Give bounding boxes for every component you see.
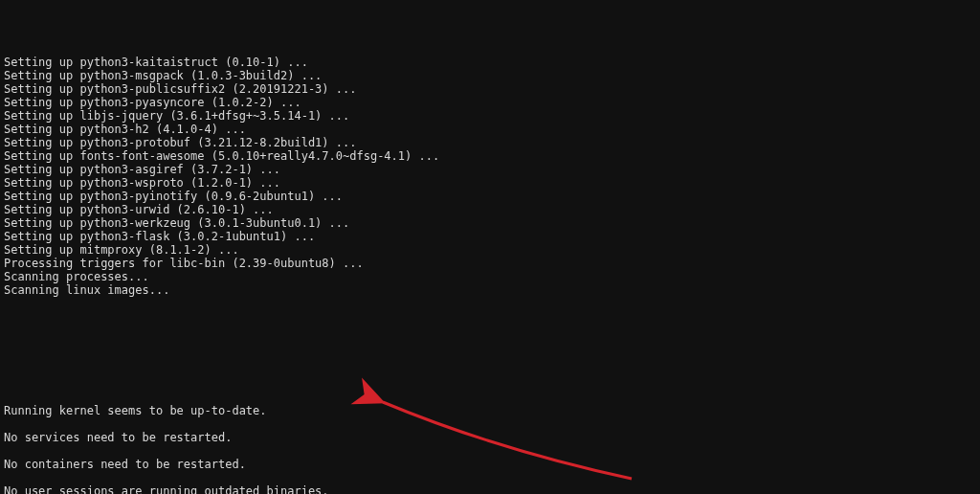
output-line: Setting up python3-werkzeug (3.0.1-3ubun… (4, 216, 976, 230)
output-line: Setting up python3-wsproto (1.2.0-1) ... (4, 176, 976, 190)
terminal-window[interactable]: Setting up python3-kaitaistruct (0.10-1)… (0, 0, 980, 494)
status-block: Running kernel seems to be up-to-date.No… (4, 404, 976, 494)
output-line: Setting up python3-asgiref (3.7.2-1) ... (4, 163, 976, 176)
output-line: No user sessions are running outdated bi… (4, 484, 976, 494)
output-line: Setting up fonts-font-awesome (5.0.10+re… (4, 149, 976, 163)
blank-line (4, 337, 976, 350)
blank-line (4, 417, 976, 431)
output-line: Setting up python3-flask (3.0.2-1ubuntu1… (4, 230, 976, 243)
output-line: Setting up libjs-jquery (3.6.1+dfsg+~3.5… (4, 109, 976, 123)
output-line: Setting up python3-protobuf (3.21.12-8.2… (4, 136, 976, 149)
output-line: Setting up mitmproxy (8.1.1-2) ... (4, 243, 976, 257)
output-line: No containers need to be restarted. (4, 458, 976, 471)
output-line: Setting up python3-msgpack (1.0.3-3build… (4, 69, 976, 82)
output-line: Setting up python3-urwid (2.6.10-1) ... (4, 203, 976, 216)
output-line: Setting up python3-h2 (4.1.0-4) ... (4, 123, 976, 136)
output-line: Setting up python3-publicsuffix2 (2.2019… (4, 82, 976, 96)
output-line: Setting up python3-kaitaistruct (0.10-1)… (4, 56, 976, 69)
blank-line (4, 444, 976, 458)
blank-line (4, 471, 976, 484)
output-line: Scanning processes... (4, 270, 976, 283)
output-line: Scanning linux images... (4, 283, 976, 297)
output-line: No services need to be restarted. (4, 431, 976, 444)
apt-output-block: Setting up python3-kaitaistruct (0.10-1)… (4, 56, 976, 297)
output-line: Processing triggers for libc-bin (2.39-0… (4, 257, 976, 270)
output-line: Setting up python3-pyasyncore (1.0.2-2) … (4, 96, 976, 109)
output-line: Setting up python3-pyinotify (0.9.6-2ubu… (4, 190, 976, 203)
output-line: Running kernel seems to be up-to-date. (4, 404, 976, 417)
